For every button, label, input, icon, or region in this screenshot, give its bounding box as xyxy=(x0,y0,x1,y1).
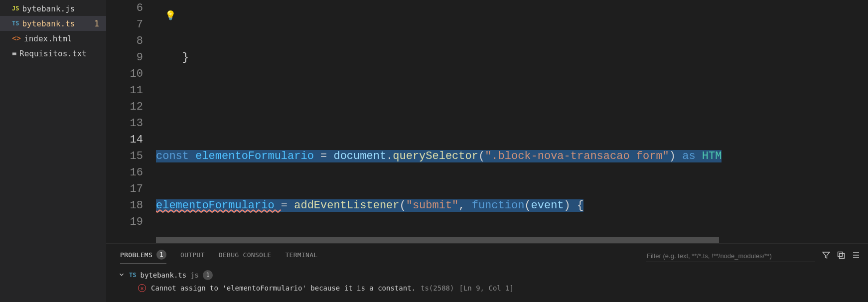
file-explorer: JS bytebank.js TS bytebank.ts 1 <> index… xyxy=(0,0,106,302)
bottom-panel: PROBLEMS 1 OUTPUT DEBUG CONSOLE TERMINAL… xyxy=(106,243,868,302)
main-area: 6 7 8 9 10 11 12 13 14 15 16 17 18 19 💡 … xyxy=(106,0,868,302)
code-line-8: const elementoFormulario = document.quer… xyxy=(156,148,868,164)
line-number: 19 xyxy=(106,214,143,230)
problem-item[interactable]: ✕ Cannot assign to 'elementoFormulario' … xyxy=(118,282,860,294)
code-line-7 xyxy=(156,99,868,115)
tab-label: PROBLEMS xyxy=(120,251,152,259)
code-line-6: } xyxy=(156,49,868,66)
ts-icon: TS xyxy=(12,20,19,27)
collapse-icon[interactable] xyxy=(837,251,845,261)
file-item-index-html[interactable]: <> index.html xyxy=(0,31,106,46)
code-line-9: elementoFormulario = addEventListener("s… xyxy=(156,197,868,214)
problem-message: Cannot assign to 'elementoFormulario' be… xyxy=(151,284,416,292)
menu-icon[interactable] xyxy=(852,251,860,261)
file-item-bytebank-ts[interactable]: TS bytebank.ts 1 xyxy=(0,16,106,31)
tab-output[interactable]: OUTPUT xyxy=(180,249,205,263)
js-icon: JS xyxy=(12,5,19,12)
file-name: Requisitos.txt xyxy=(19,49,87,58)
scrollbar-thumb[interactable] xyxy=(156,237,719,243)
line-number: 8 xyxy=(106,33,143,49)
file-item-requisitos-txt[interactable]: ≡ Requisitos.txt xyxy=(0,46,106,61)
html-icon: <> xyxy=(12,34,21,43)
panel-toolbar xyxy=(646,250,860,262)
tab-debug-console[interactable]: DEBUG CONSOLE xyxy=(219,249,272,263)
problems-count-badge: 1 xyxy=(156,250,166,260)
problem-file-count-badge: 1 xyxy=(203,270,213,280)
line-number: 18 xyxy=(106,197,143,214)
file-name: bytebank.ts xyxy=(22,19,75,28)
tab-problems[interactable]: PROBLEMS 1 xyxy=(120,248,166,264)
line-number: 15 xyxy=(106,148,143,164)
line-number: 13 xyxy=(106,115,143,132)
problem-location: [Ln 9, Col 1] xyxy=(459,284,514,292)
chevron-down-icon xyxy=(118,271,125,280)
file-name: bytebank.js xyxy=(22,4,75,13)
code-editor[interactable]: 6 7 8 9 10 11 12 13 14 15 16 17 18 19 💡 … xyxy=(106,0,868,243)
ts-icon: TS xyxy=(129,272,136,279)
line-number: 16 xyxy=(106,164,143,181)
svg-rect-0 xyxy=(838,252,843,257)
code-content[interactable]: 💡 } const elementoFormulario = document.… xyxy=(156,0,868,243)
filter-icon[interactable] xyxy=(822,251,830,261)
problem-file-dir: js xyxy=(190,271,199,279)
lightbulb-icon[interactable]: 💡 xyxy=(165,8,176,24)
modified-count-badge: 1 xyxy=(94,19,101,28)
line-number: 9 xyxy=(106,49,143,66)
file-item-bytebank-js[interactable]: JS bytebank.js xyxy=(0,1,106,16)
line-number: 6 xyxy=(106,0,143,16)
horizontal-scrollbar[interactable] xyxy=(156,237,860,243)
line-number-gutter: 6 7 8 9 10 11 12 13 14 15 16 17 18 19 xyxy=(106,0,156,243)
problems-filter-input[interactable] xyxy=(646,250,815,262)
error-icon: ✕ xyxy=(138,284,146,292)
text-icon: ≡ xyxy=(12,49,16,58)
problem-code: ts(2588) xyxy=(421,284,454,292)
line-number: 11 xyxy=(106,82,143,99)
problem-file-row[interactable]: TS bytebank.ts js 1 xyxy=(118,268,860,282)
panel-tab-bar: PROBLEMS 1 OUTPUT DEBUG CONSOLE TERMINAL xyxy=(106,244,868,266)
line-number: 17 xyxy=(106,181,143,197)
line-number: 10 xyxy=(106,66,143,82)
tab-terminal[interactable]: TERMINAL xyxy=(285,249,317,263)
file-name: index.html xyxy=(24,34,72,43)
line-number: 12 xyxy=(106,99,143,115)
problems-list: TS bytebank.ts js 1 ✕ Cannot assign to '… xyxy=(106,266,868,302)
line-number: 14 xyxy=(106,132,143,148)
problem-file-name: bytebank.ts xyxy=(140,271,186,279)
line-number: 7 xyxy=(106,16,143,33)
